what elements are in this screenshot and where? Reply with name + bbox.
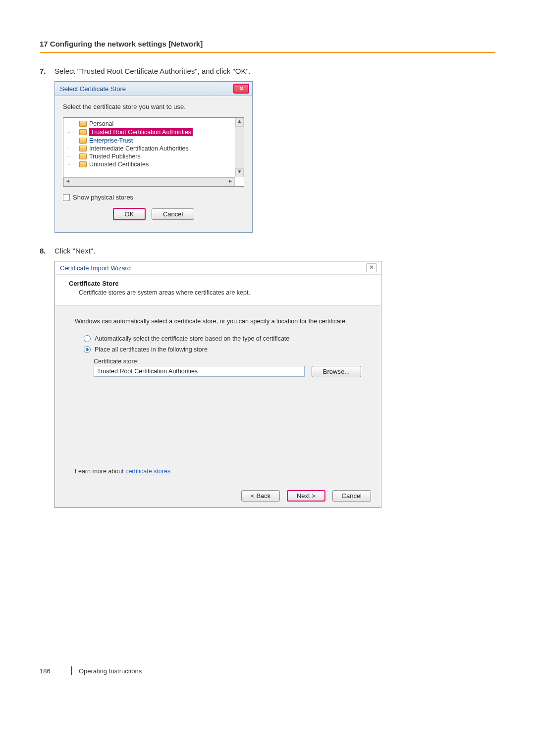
browse-button[interactable]: Browse... (312, 366, 361, 377)
scroll-right-icon[interactable]: ► (226, 178, 235, 186)
radio-icon[interactable] (84, 346, 91, 353)
radio-auto-select[interactable]: Automatically select the certificate sto… (75, 333, 361, 344)
next-button[interactable]: Next > (287, 490, 325, 502)
close-icon[interactable]: ✕ (366, 263, 377, 272)
folder-icon (79, 153, 87, 159)
step-text: Click "Next". (54, 247, 495, 255)
folder-icon (79, 161, 87, 167)
cert-store-input[interactable]: Trusted Root Certification Authorities (94, 366, 305, 377)
folder-icon (79, 129, 87, 135)
scroll-up-icon[interactable]: ▲ (235, 118, 244, 127)
tree-item-untrusted[interactable]: Untrusted Certificates (65, 160, 244, 168)
radio-label: Place all certificates in the following … (95, 346, 208, 353)
step-8: 8. Click "Next". (40, 247, 495, 255)
learn-more-link[interactable]: certificate stores (125, 468, 170, 475)
wizard-section-subtitle: Certificate stores are system areas wher… (69, 289, 367, 296)
cert-store-label: Certificate store: (75, 355, 361, 366)
dialog-title: Certificate Import Wizard (60, 264, 131, 272)
learn-more: Learn more about certificate stores (75, 468, 170, 475)
tree-item-label: Intermediate Certification Authorities (89, 145, 189, 152)
vertical-scrollbar[interactable]: ▲ ▼ (235, 118, 244, 177)
ok-button[interactable]: OK (113, 208, 146, 220)
tree-item-label: Untrusted Certificates (89, 161, 149, 168)
close-icon[interactable]: ✕ (233, 84, 249, 94)
doc-title: Operating Instructions (79, 667, 142, 675)
tree-item-personal[interactable]: Personal (65, 120, 244, 128)
tree-item-intermediate[interactable]: Intermediate Certification Authorities (65, 145, 244, 152)
folder-icon (79, 121, 87, 127)
step-text: Select "Trusted Root Certificate Authori… (54, 67, 495, 75)
tree-item-trusted-root[interactable]: Trusted Root Certification Authorities (65, 128, 244, 137)
dialog-instruction: Select the certificate store you want to… (63, 103, 244, 110)
tree-item-label: Trusted Root Certification Authorities (89, 128, 193, 136)
step-number: 8. (40, 247, 54, 255)
tree-item-enterprise-trust[interactable]: Enterprise Trust (65, 137, 244, 145)
back-button[interactable]: < Back (241, 490, 280, 502)
folder-icon (79, 138, 87, 144)
learn-more-prefix: Learn more about (75, 468, 125, 475)
step-number: 7. (40, 67, 54, 75)
scroll-down-icon[interactable]: ▼ (235, 168, 244, 177)
wizard-description: Windows can automatically select a certi… (75, 317, 361, 326)
select-cert-store-dialog: Select Certificate Store ✕ Select the ce… (54, 81, 253, 233)
scroll-left-icon[interactable]: ◄ (63, 178, 72, 186)
step-7: 7. Select "Trusted Root Certificate Auth… (40, 67, 495, 75)
cert-import-wizard-dialog: Certificate Import Wizard ✕ Certificate … (54, 261, 381, 508)
page-footer: 186 Operating Instructions (40, 666, 495, 675)
cert-store-tree[interactable]: Personal Trusted Root Certification Auth… (63, 117, 244, 187)
folder-icon (79, 146, 87, 151)
tree-item-label: Enterprise Trust (89, 137, 133, 144)
show-physical-checkbox[interactable] (63, 194, 70, 201)
radio-label: Automatically select the certificate sto… (95, 335, 289, 342)
footer-divider (71, 666, 72, 675)
page-number: 186 (40, 667, 64, 675)
tree-item-label: Personal (89, 120, 113, 127)
wizard-section-title: Certificate Store (69, 280, 367, 287)
dialog-title: Select Certificate Store (60, 85, 126, 93)
tree-item-label: Trusted Publishers (89, 153, 141, 160)
show-physical-label: Show physical stores (73, 194, 133, 201)
horizontal-scrollbar[interactable]: ◄ ► (63, 177, 235, 186)
section-header: 17 Configuring the network settings [Net… (40, 40, 495, 53)
tree-item-trusted-publishers[interactable]: Trusted Publishers (65, 152, 244, 160)
cancel-button[interactable]: Cancel (152, 208, 194, 220)
radio-icon[interactable] (84, 335, 91, 342)
cancel-button[interactable]: Cancel (332, 490, 371, 502)
radio-place-all[interactable]: Place all certificates in the following … (75, 344, 361, 355)
